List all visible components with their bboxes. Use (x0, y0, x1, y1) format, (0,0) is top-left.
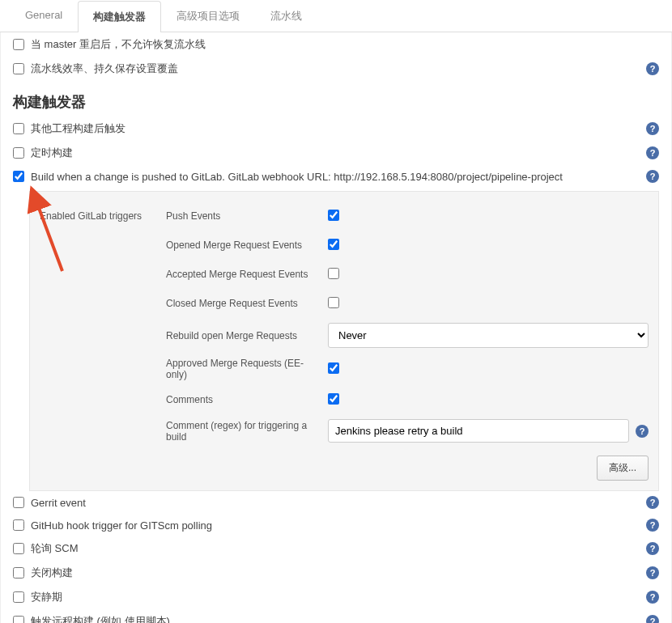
tab-advanced[interactable]: 高级项目选项 (161, 0, 255, 32)
rebuild-mr-label: Rebuild open Merge Requests (166, 330, 328, 341)
accepted-mr-checkbox[interactable] (328, 268, 339, 279)
disallow-resume-checkbox[interactable] (13, 39, 24, 50)
approved-mr-label: Approved Merge Requests (EE-only) (166, 358, 328, 380)
section-triggers-title: 构建触发器 (13, 81, 659, 117)
comment-regex-input[interactable] (328, 419, 629, 443)
help-icon[interactable]: ? (646, 62, 659, 75)
trigger-cron-checkbox[interactable] (13, 147, 24, 159)
trigger-remote-checkbox[interactable] (13, 616, 24, 623)
help-icon[interactable]: ? (646, 170, 659, 183)
advanced-button[interactable]: 高级... (597, 456, 649, 481)
help-icon[interactable]: ? (646, 591, 659, 604)
tab-general[interactable]: General (10, 0, 78, 32)
tab-triggers[interactable]: 构建触发器 (78, 1, 161, 32)
trigger-disable-label: 关闭构建 (31, 566, 73, 580)
trigger-github-label: GitHub hook trigger for GITScm polling (31, 519, 212, 532)
comments-label: Comments (166, 394, 328, 405)
trigger-remote-label: 触发远程构建 (例如,使用脚本) (31, 614, 170, 623)
help-icon[interactable]: ? (646, 542, 659, 555)
help-icon[interactable]: ? (646, 122, 659, 135)
trigger-disable-checkbox[interactable] (13, 567, 24, 578)
help-icon[interactable]: ? (646, 566, 659, 579)
trigger-quiet-label: 安静期 (31, 590, 62, 604)
comments-checkbox[interactable] (328, 393, 339, 405)
trigger-github-checkbox[interactable] (13, 519, 24, 531)
durability-checkbox[interactable] (13, 63, 24, 74)
trigger-gitlab-checkbox[interactable] (13, 171, 24, 182)
tabs: General 构建触发器 高级项目选项 流水线 (0, 0, 672, 32)
trigger-gerrit-label: Gerrit event (31, 497, 86, 509)
push-events-label: Push Events (166, 210, 328, 222)
help-icon[interactable]: ? (646, 146, 659, 159)
push-events-checkbox[interactable] (328, 210, 339, 221)
trigger-poll-label: 轮询 SCM (31, 541, 79, 556)
durability-label: 流水线效率、持久保存设置覆盖 (31, 61, 178, 76)
trigger-other-label: 其他工程构建后触发 (31, 121, 125, 136)
trigger-quiet-checkbox[interactable] (13, 591, 24, 603)
closed-mr-label: Closed Merge Request Events (166, 298, 328, 309)
help-icon[interactable]: ? (646, 496, 659, 509)
comment-regex-label: Comment (regex) for triggering a build (166, 420, 328, 443)
accepted-mr-label: Accepted Merge Request Events (166, 269, 328, 280)
disallow-resume-label: 当 master 重启后，不允许恢复流水线 (31, 37, 206, 52)
approved-mr-checkbox[interactable] (328, 362, 339, 374)
trigger-other-checkbox[interactable] (13, 123, 24, 134)
trigger-gerrit-checkbox[interactable] (13, 497, 24, 508)
closed-mr-checkbox[interactable] (328, 297, 339, 308)
trigger-cron-label: 定时构建 (31, 146, 73, 160)
trigger-poll-checkbox[interactable] (13, 543, 24, 554)
opened-mr-checkbox[interactable] (328, 239, 339, 250)
help-icon[interactable]: ? (646, 615, 659, 623)
gitlab-settings: Enabled GitLab triggers Push Events Open… (29, 191, 659, 491)
tab-pipeline[interactable]: 流水线 (255, 0, 317, 32)
help-icon[interactable]: ? (636, 425, 649, 438)
opened-mr-label: Opened Merge Request Events (166, 239, 328, 251)
rebuild-mr-select[interactable]: Never (328, 323, 649, 348)
trigger-gitlab-label: Build when a change is pushed to GitLab.… (31, 171, 563, 183)
help-icon[interactable]: ? (646, 519, 659, 532)
gitlab-enabled-header: Enabled GitLab triggers (40, 210, 166, 222)
